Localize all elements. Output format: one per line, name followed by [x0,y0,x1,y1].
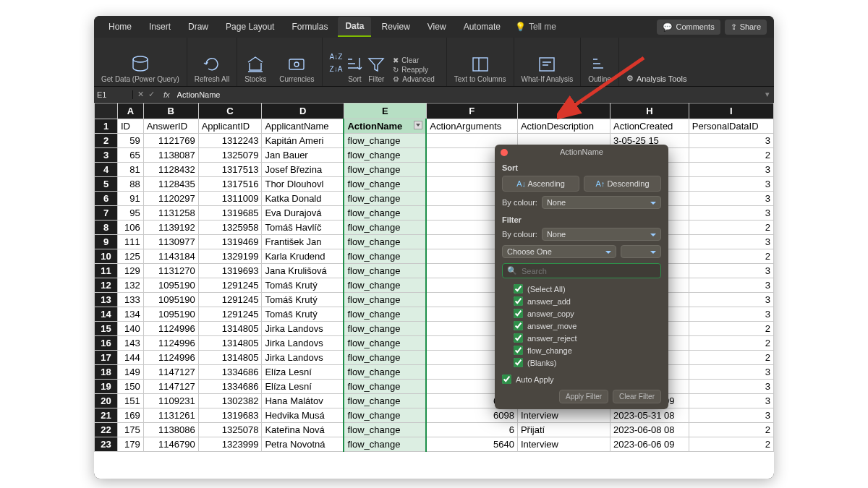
column-header-B[interactable]: B [143,103,198,119]
cell[interactable]: 1095190 [143,278,198,293]
clear-filter[interactable]: ✖ Clear [393,56,434,64]
filter-option-checkbox[interactable] [514,321,523,330]
cell[interactable]: 3 [689,408,773,423]
cell[interactable]: František Jan [262,235,344,249]
cell[interactable]: 125 [118,249,144,264]
tab-home[interactable]: Home [101,17,139,36]
cell[interactable]: flow_change [344,380,426,394]
column-header-A[interactable]: A [118,103,144,119]
sort-button[interactable]: Sort [345,55,364,83]
cell[interactable]: 1124996 [143,336,198,351]
cell[interactable]: AnswerID [143,119,198,134]
cell[interactable]: 3 [689,177,773,192]
cell[interactable]: flow_change [344,408,426,423]
cell[interactable]: 106 [118,221,144,235]
cell[interactable]: 140 [118,322,144,336]
cell[interactable]: 132 [118,278,144,293]
cell[interactable]: 3 [689,293,773,307]
cell[interactable]: 169 [118,408,144,423]
cell[interactable]: 1147127 [143,365,198,380]
cell[interactable]: Jirka Landovs [262,322,344,336]
cell[interactable]: 1334686 [198,380,262,394]
cell[interactable]: 3 [689,192,773,206]
cell[interactable]: 1143184 [143,249,198,264]
filter-option[interactable]: answer_copy [514,307,661,320]
tab-draw[interactable]: Draw [181,17,216,36]
cell[interactable]: 1291245 [198,293,262,307]
column-header-H[interactable]: H [610,103,689,119]
cell[interactable]: Interview [517,408,610,423]
tell-me[interactable]: 💡 Tell me [515,22,556,32]
cell[interactable]: 3 [689,278,773,293]
cell[interactable]: flow_change [344,394,426,408]
cell[interactable]: 1138086 [143,423,198,437]
cell[interactable]: 1311009 [198,192,262,206]
cell[interactable]: 1120297 [143,192,198,206]
cell[interactable]: flow_change [344,192,426,206]
row-header[interactable]: 18 [95,365,118,380]
filter-option-checkbox[interactable] [514,309,523,318]
group-what-if[interactable]: What-If Analysis [514,38,582,86]
clear-filter-button[interactable]: Clear Filter [613,390,661,403]
cell[interactable]: 1314805 [198,322,262,336]
filter-value-select[interactable] [621,245,661,258]
column-header-I[interactable]: I [689,103,773,119]
cell[interactable]: 95 [118,206,144,221]
cell[interactable]: flow_change [344,336,426,351]
cell[interactable]: 1130977 [143,235,198,249]
group-analysis[interactable]: ⚙ Analysis Tools [619,38,694,86]
tab-insert[interactable]: Insert [142,17,178,36]
comments-button[interactable]: 💬 Comments [657,20,720,35]
cell[interactable]: Jan Bauer [262,148,344,163]
filter-search-input[interactable] [522,267,656,275]
cell[interactable]: Kateřina Nová [262,423,344,437]
cell[interactable]: 1314805 [198,351,262,365]
cell[interactable]: ID [118,119,144,134]
cell[interactable]: 91 [118,192,144,206]
cell[interactable]: Petra Novotná [262,437,344,452]
cell[interactable]: 179 [118,437,144,452]
row-header[interactable]: 23 [95,437,118,452]
cell[interactable]: flow_change [344,278,426,293]
cell[interactable]: Hana Malátov [262,394,344,408]
row-header[interactable]: 15 [95,322,118,336]
cell[interactable]: flow_change [344,235,426,249]
cell[interactable]: 2 [689,351,773,365]
chevron-down-icon[interactable]: ▾ [761,90,774,99]
group-get-data[interactable]: Get Data (Power Query) [94,38,187,86]
cell[interactable]: 1319685 [198,206,262,221]
row-header[interactable]: 7 [95,206,118,221]
cell[interactable]: 2023-06-06 09 [610,437,689,452]
cell[interactable]: Eva Durajová [262,206,344,221]
cell[interactable]: Interview [517,437,610,452]
cell[interactable]: 1325079 [198,148,262,163]
cell[interactable]: 2023-06-08 08 [610,423,689,437]
row-header[interactable]: 11 [95,264,118,278]
cell[interactable]: 129 [118,264,144,278]
select-all-corner[interactable] [95,103,118,119]
cell[interactable]: 2 [689,148,773,163]
cell[interactable]: Tomáš Krutý [262,293,344,307]
cell[interactable]: 1325078 [198,423,262,437]
cell[interactable]: 3 [689,206,773,221]
cell[interactable]: flow_change [344,163,426,177]
cell[interactable]: 1319693 [198,264,262,278]
cell[interactable]: 150 [118,380,144,394]
cell[interactable]: flow_change [344,177,426,192]
cell[interactable]: Thor Dlouhovl [262,177,344,192]
sort-asc-icon[interactable]: A↓Z [330,53,343,61]
formula-input[interactable] [174,90,761,99]
cell[interactable]: Hedvika Musá [262,408,344,423]
cell[interactable]: 1325958 [198,221,262,235]
row-header[interactable]: 21 [95,408,118,423]
group-refresh[interactable]: Refresh All [187,38,237,86]
sort-ascending-button[interactable]: A↓ Ascending [502,176,579,192]
column-header-E[interactable]: E [344,103,426,119]
cell[interactable]: ApplicantName [262,119,344,134]
filter-option-checkbox[interactable] [514,284,523,294]
filter-option[interactable]: answer_move [514,320,661,332]
sort-colour-select[interactable]: None [542,196,661,209]
filter-search[interactable]: 🔍 [502,263,661,278]
cell[interactable]: flow_change [344,221,426,235]
cell[interactable]: 1109231 [143,394,198,408]
